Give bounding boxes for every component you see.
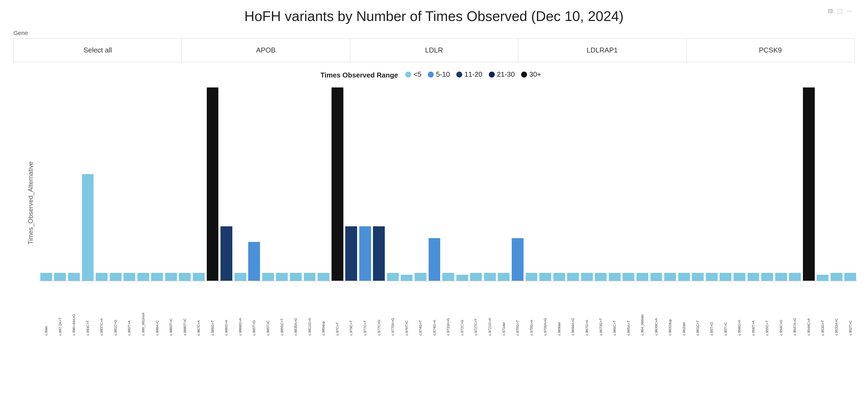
filter-btn-apob[interactable]: APOB	[182, 38, 350, 62]
bar-wrapper[interactable]	[316, 87, 331, 281]
bar	[235, 273, 246, 281]
bar-wrapper[interactable]	[830, 87, 843, 281]
x-label: c.9835A>G	[289, 283, 303, 337]
x-label: c.977C>G	[372, 283, 386, 337]
bar-wrapper[interactable]	[608, 87, 622, 281]
bar-wrapper[interactable]	[469, 87, 483, 281]
bar-wrapper[interactable]	[580, 87, 594, 281]
bar-wrapper[interactable]	[344, 87, 358, 281]
bar-wrapper[interactable]	[622, 87, 636, 281]
bar-wrapper[interactable]	[691, 87, 705, 281]
bar-wrapper[interactable]	[122, 87, 136, 281]
bar-wrapper[interactable]	[552, 87, 566, 281]
bar	[179, 273, 191, 281]
bar-wrapper[interactable]	[483, 87, 497, 281]
bar-wrapper[interactable]	[746, 87, 761, 281]
bar-wrapper[interactable]	[95, 87, 108, 281]
bar	[248, 242, 260, 281]
filter-btn-ldlrap1[interactable]: LDLRAP1	[518, 38, 686, 62]
bar-wrapper[interactable]	[538, 87, 552, 281]
bar-wrapper[interactable]	[206, 87, 220, 281]
filter-btn-select-all[interactable]: Select all	[14, 38, 182, 62]
bar-wrapper[interactable]	[358, 87, 372, 281]
bar	[622, 273, 634, 281]
bar-wrapper[interactable]	[67, 87, 81, 281]
bar-wrapper[interactable]	[566, 87, 580, 281]
x-label: c.952T>C	[843, 283, 857, 337]
bar	[359, 226, 371, 281]
x-label: c.9883T>C	[164, 283, 178, 337]
legend-dot	[405, 71, 411, 78]
bar	[220, 226, 232, 281]
x-label: c.972C>G	[455, 283, 469, 337]
filter-btn-pcsk9[interactable]: PCSK9	[686, 38, 854, 62]
legend-item-5: <5	[405, 70, 421, 79]
legend-item-label: <5	[413, 70, 421, 79]
bar-wrapper[interactable]	[81, 87, 95, 281]
bar-wrapper[interactable]	[733, 87, 746, 281]
x-label: c.987C>A	[192, 283, 206, 337]
legend-item-510: 5-10	[428, 70, 450, 79]
filter-btn-ldlr[interactable]: LDLR	[350, 38, 518, 62]
bar-wrapper[interactable]	[677, 87, 691, 281]
bar	[82, 174, 94, 281]
bar-wrapper[interactable]	[497, 87, 511, 281]
bar-wrapper[interactable]	[331, 87, 344, 281]
bar-wrapper[interactable]	[247, 87, 261, 281]
bar-wrapper[interactable]	[400, 87, 414, 281]
bar-wrapper[interactable]	[594, 87, 608, 281]
bar-wrapper[interactable]	[136, 87, 150, 281]
bar-wrapper[interactable]	[413, 87, 428, 281]
x-label: c.9868G>A	[234, 283, 247, 337]
bar-wrapper[interactable]	[234, 87, 247, 281]
bar	[387, 273, 399, 281]
bar-wrapper[interactable]	[108, 87, 123, 281]
bar-wrapper[interactable]	[802, 87, 816, 281]
legend-item-label: 5-10	[436, 70, 450, 79]
export-icon[interactable]: ⬚	[837, 7, 843, 14]
x-label: c.966C>T	[608, 283, 622, 337]
bar	[831, 273, 842, 281]
bar	[332, 87, 343, 281]
bar-wrapper[interactable]	[303, 87, 317, 281]
bar-wrapper[interactable]	[164, 87, 178, 281]
bar-wrapper[interactable]	[774, 87, 788, 281]
bar-wrapper[interactable]	[719, 87, 733, 281]
bar-wrapper[interactable]	[663, 87, 677, 281]
bar-wrapper[interactable]	[53, 87, 67, 281]
bar-wrapper[interactable]	[510, 87, 525, 281]
bar-wrapper[interactable]	[178, 87, 192, 281]
legend-item-label: 21-30	[497, 70, 515, 79]
bar-wrapper[interactable]	[428, 87, 441, 281]
bar-wrapper[interactable]	[39, 87, 53, 281]
bar-wrapper[interactable]	[843, 87, 857, 281]
bar-wrapper[interactable]	[441, 87, 455, 281]
bar-wrapper[interactable]	[788, 87, 802, 281]
more-icon[interactable]: ···	[847, 7, 852, 14]
bar-wrapper[interactable]	[192, 87, 206, 281]
x-label: c.985T>G	[247, 283, 261, 337]
bar-wrapper[interactable]	[705, 87, 719, 281]
bar	[123, 273, 135, 281]
filter-icon[interactable]: ⊟	[828, 7, 833, 14]
bar-wrapper[interactable]	[150, 87, 164, 281]
bar-wrapper[interactable]	[289, 87, 303, 281]
bar-wrapper[interactable]	[275, 87, 289, 281]
bar	[844, 273, 856, 281]
bar-wrapper[interactable]	[219, 87, 234, 281]
bar	[484, 273, 496, 281]
bar-wrapper[interactable]	[372, 87, 386, 281]
bar	[650, 273, 662, 281]
bar-wrapper[interactable]	[649, 87, 663, 281]
legend-dot	[428, 71, 434, 78]
bar-wrapper[interactable]	[525, 87, 538, 281]
bar-wrapper[interactable]	[261, 87, 275, 281]
x-label: c.991C>G	[108, 283, 123, 337]
bars-container	[39, 87, 857, 281]
x-label: c.970G>A	[525, 283, 538, 337]
bar-wrapper[interactable]	[636, 87, 649, 281]
bar-wrapper[interactable]	[760, 87, 774, 281]
bar-wrapper[interactable]	[455, 87, 469, 281]
bar-wrapper[interactable]	[816, 87, 830, 281]
bar-wrapper[interactable]	[386, 87, 400, 281]
